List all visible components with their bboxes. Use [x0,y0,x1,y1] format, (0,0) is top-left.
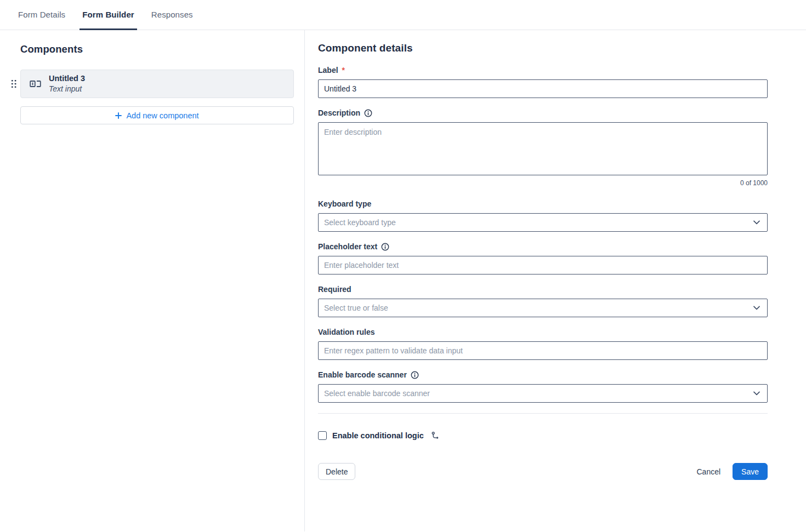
components-panel-title: Components [20,43,294,55]
keyboard-type-select[interactable]: Select keyboard type [318,213,768,232]
placeholder-text-input[interactable] [318,256,768,274]
placeholder-field-label: Placeholder text [318,242,377,251]
description-field-label: Description [318,108,360,117]
chevron-down-icon [753,306,760,310]
save-button[interactable]: Save [733,463,768,480]
description-textarea[interactable] [318,122,768,175]
tab-responses[interactable]: Responses [151,0,194,30]
tab-form-details[interactable]: Form Details [18,0,66,30]
keyboard-type-select-placeholder: Select keyboard type [324,218,396,227]
keyboard-type-field-label: Keyboard type [318,199,371,208]
plus-icon [115,112,122,119]
component-details-title: Component details [318,42,768,54]
field-validation-rules: Validation rules [318,328,768,360]
barcode-field-label: Enable barcode scanner [318,370,407,379]
component-texts: Untitled 3 Text input [49,73,85,94]
conditional-logic-checkbox[interactable] [318,431,327,440]
component-item-title: Untitled 3 [49,73,85,84]
required-select-placeholder: Select true or false [324,304,388,312]
info-icon[interactable] [411,371,419,379]
tab-form-builder[interactable]: Form Builder [80,0,137,30]
field-description: Description 0 of 1000 [318,108,768,187]
required-field-label: Required [318,285,351,294]
field-barcode-scanner: Enable barcode scanner Select enable bar… [318,370,768,403]
label-input[interactable] [318,79,768,98]
chevron-down-icon [753,220,760,225]
delete-button[interactable]: Delete [318,463,355,480]
drag-handle-icon[interactable] [11,79,17,89]
required-asterisk: * [342,66,345,75]
add-new-component-label: Add new component [126,111,198,120]
validation-rules-input[interactable] [318,341,768,360]
component-details-panel: Component details Label * Description [305,30,806,531]
char-counter: 0 of 1000 [318,179,768,187]
field-label: Label * [318,66,768,98]
barcode-scanner-select[interactable]: Select enable barcode scanner [318,384,768,403]
label-field-label: Label [318,66,338,75]
components-panel: Components [0,30,305,531]
info-icon[interactable] [364,109,372,117]
chevron-down-icon [753,391,760,396]
branch-icon [431,431,440,440]
field-required: Required Select true or false [318,285,768,317]
info-icon[interactable] [381,243,389,251]
section-divider [318,413,768,414]
details-footer: Delete Cancel Save [318,463,768,480]
top-tab-bar: Form Details Form Builder Responses [0,0,806,30]
barcode-select-placeholder: Select enable barcode scanner [324,389,430,398]
validation-field-label: Validation rules [318,328,374,336]
required-select[interactable]: Select true or false [318,299,768,317]
component-card[interactable]: Untitled 3 Text input [20,70,294,98]
text-input-icon [30,79,41,89]
field-keyboard-type: Keyboard type Select keyboard type [318,199,768,232]
conditional-logic-label: Enable conditional logic [332,431,424,440]
component-item-type: Text input [49,84,85,94]
conditional-logic-row: Enable conditional logic [318,431,768,440]
component-list-item-row: Untitled 3 Text input [20,70,294,98]
main-content: Components [0,30,806,531]
cancel-button[interactable]: Cancel [691,463,725,480]
add-new-component-button[interactable]: Add new component [20,106,294,124]
field-placeholder-text: Placeholder text [318,242,768,274]
